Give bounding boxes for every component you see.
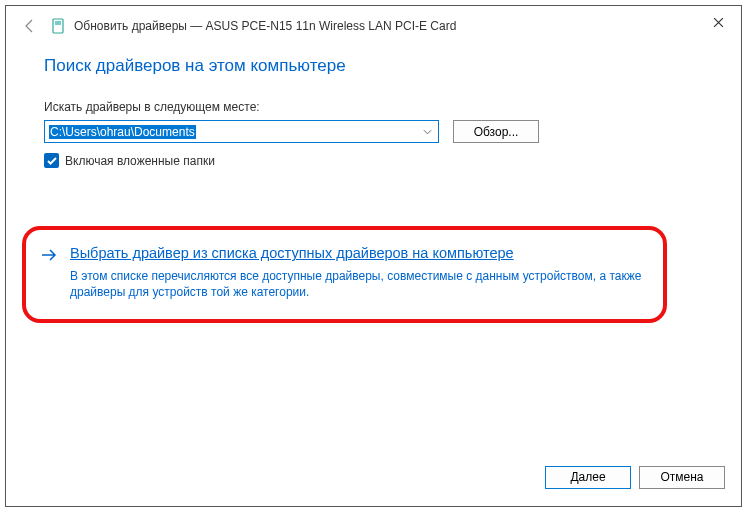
arrow-right-icon bbox=[40, 244, 58, 301]
dialog-window: Обновить драйверы — ASUS PCE-N15 11n Wir… bbox=[5, 5, 742, 507]
svg-rect-1 bbox=[55, 21, 61, 25]
window-title: Обновить драйверы — ASUS PCE-N15 11n Wir… bbox=[74, 19, 456, 33]
browse-button[interactable]: Обзор... bbox=[453, 120, 539, 143]
include-subfolders-label: Включая вложенные папки bbox=[65, 154, 215, 168]
content-area: Поиск драйверов на этом компьютере Искат… bbox=[6, 46, 741, 458]
path-combobox[interactable]: C:\Users\ohrau\Documents bbox=[44, 120, 439, 143]
pick-from-list-option[interactable]: Выбрать драйвер из списка доступных драй… bbox=[22, 226, 667, 323]
cancel-button[interactable]: Отмена bbox=[639, 466, 725, 489]
close-button[interactable] bbox=[703, 10, 733, 34]
option-description: В этом списке перечисляются все доступны… bbox=[70, 268, 645, 302]
device-icon bbox=[50, 18, 66, 34]
option-title[interactable]: Выбрать драйвер из списка доступных драй… bbox=[70, 244, 645, 264]
path-label: Искать драйверы в следующем месте: bbox=[44, 100, 703, 114]
back-button[interactable] bbox=[18, 14, 42, 38]
titlebar: Обновить драйверы — ASUS PCE-N15 11n Wir… bbox=[6, 6, 741, 46]
footer: Далее Отмена bbox=[6, 458, 741, 506]
include-subfolders-checkbox[interactable] bbox=[44, 153, 59, 168]
next-button[interactable]: Далее bbox=[545, 466, 631, 489]
chevron-down-icon[interactable] bbox=[418, 121, 436, 142]
page-heading: Поиск драйверов на этом компьютере bbox=[44, 56, 703, 76]
path-value: C:\Users\ohrau\Documents bbox=[49, 125, 196, 139]
